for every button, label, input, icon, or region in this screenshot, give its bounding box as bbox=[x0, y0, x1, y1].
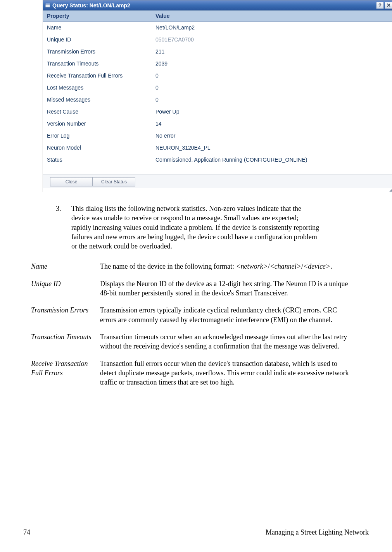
table-row: StatusCommissioned, Application Running … bbox=[43, 154, 392, 166]
clear-status-button[interactable]: Clear Status bbox=[93, 177, 135, 186]
definition-description: Transmission errors typically indicate c… bbox=[100, 305, 352, 324]
col-property: Property bbox=[43, 10, 152, 22]
definition-row: Transaction TimeoutsTransaction timeouts… bbox=[31, 332, 365, 351]
resize-grip-icon[interactable]: ◢ bbox=[43, 188, 392, 192]
col-value: Value bbox=[152, 10, 392, 22]
section-title: Managing a Street Lighting Network bbox=[266, 528, 369, 536]
help-button[interactable]: ? bbox=[376, 2, 384, 9]
value-cell: 0 bbox=[152, 94, 392, 106]
value-cell: 0 bbox=[152, 70, 392, 82]
step-number: 3. bbox=[56, 204, 63, 251]
dialog-icon bbox=[45, 2, 51, 9]
definition-description: Displays the Neuron ID of the device as … bbox=[100, 279, 352, 298]
definition-term: Unique ID bbox=[31, 279, 93, 298]
definition-term: Transmission Errors bbox=[31, 305, 93, 324]
value-cell: Power Up bbox=[152, 106, 392, 118]
page-footer: 74 Managing a Street Lighting Network bbox=[0, 528, 392, 536]
table-row: Error LogNo error bbox=[43, 130, 392, 142]
svg-rect-1 bbox=[45, 3, 50, 4]
table-row: Transmission Errors211 bbox=[43, 46, 392, 58]
value-cell: 0501E7CA0700 bbox=[152, 34, 392, 46]
step-text: This dialog lists the following network … bbox=[71, 204, 319, 251]
table-row: Transaction Timeouts2039 bbox=[43, 58, 392, 70]
definition-row: Receive Transaction Full ErrorsTransacti… bbox=[31, 359, 365, 387]
definition-description: The name of the device in the following … bbox=[100, 262, 352, 271]
dialog-title: Query Status: Net/LON/Lamp2 bbox=[52, 2, 130, 9]
definition-term: Transaction Timeouts bbox=[31, 332, 93, 351]
table-row: Receive Transaction Full Errors0 bbox=[43, 70, 392, 82]
property-cell: Missed Messages bbox=[43, 94, 152, 106]
value-cell: NEURON_3120E4_PL bbox=[152, 142, 392, 154]
value-cell: 211 bbox=[152, 46, 392, 58]
property-cell: Receive Transaction Full Errors bbox=[43, 70, 152, 82]
query-status-dialog: Query Status: Net/LON/Lamp2 ? ✕ Property… bbox=[43, 0, 392, 192]
definition-row: Transmission ErrorsTransmission errors t… bbox=[31, 305, 365, 324]
property-cell: Name bbox=[43, 22, 152, 34]
table-row: NameNet/LON/Lamp2 bbox=[43, 22, 392, 34]
property-cell: Unique ID bbox=[43, 34, 152, 46]
close-button[interactable]: Close bbox=[50, 177, 93, 186]
document-body: 3. This dialog lists the following netwo… bbox=[31, 204, 365, 387]
property-cell: Reset Cause bbox=[43, 106, 152, 118]
definition-term: Receive Transaction Full Errors bbox=[31, 359, 93, 387]
property-cell: Status bbox=[43, 154, 152, 166]
page-number: 74 bbox=[23, 528, 30, 536]
dialog-button-bar: Close Clear Status bbox=[43, 174, 392, 188]
value-cell: Net/LON/Lamp2 bbox=[152, 22, 392, 34]
table-row: Unique ID0501E7CA0700 bbox=[43, 34, 392, 46]
property-cell: Lost Messages bbox=[43, 82, 152, 94]
value-cell: No error bbox=[152, 130, 392, 142]
close-icon[interactable]: ✕ bbox=[385, 2, 392, 9]
value-cell: 2039 bbox=[152, 58, 392, 70]
property-cell: Error Log bbox=[43, 130, 152, 142]
table-row: Version Number14 bbox=[43, 118, 392, 130]
value-cell: 14 bbox=[152, 118, 392, 130]
definition-term: Name bbox=[31, 262, 93, 271]
table-row: Reset CausePower Up bbox=[43, 106, 392, 118]
property-cell: Transmission Errors bbox=[43, 46, 152, 58]
table-row: Lost Messages0 bbox=[43, 82, 392, 94]
definition-row: NameThe name of the device in the follow… bbox=[31, 262, 365, 271]
property-cell: Version Number bbox=[43, 118, 152, 130]
definition-description: Transaction timeouts occur when an ackno… bbox=[100, 332, 352, 351]
dialog-titlebar[interactable]: Query Status: Net/LON/Lamp2 ? ✕ bbox=[43, 0, 392, 10]
properties-table: Property Value NameNet/LON/Lamp2Unique I… bbox=[43, 10, 392, 166]
property-cell: Neuron Model bbox=[43, 142, 152, 154]
step-item: 3. This dialog lists the following netwo… bbox=[56, 204, 365, 251]
definition-row: Unique IDDisplays the Neuron ID of the d… bbox=[31, 279, 365, 298]
property-cell: Transaction Timeouts bbox=[43, 58, 152, 70]
definition-description: Transaction full errors occur when the d… bbox=[100, 359, 352, 387]
table-row: Missed Messages0 bbox=[43, 94, 392, 106]
table-row: Neuron ModelNEURON_3120E4_PL bbox=[43, 142, 392, 154]
value-cell: Commissioned, Application Running (CONFI… bbox=[152, 154, 392, 166]
value-cell: 0 bbox=[152, 82, 392, 94]
